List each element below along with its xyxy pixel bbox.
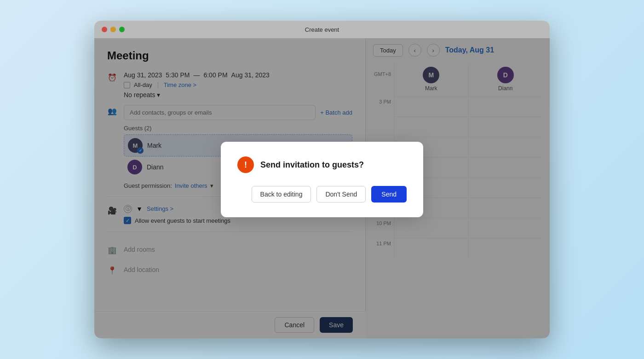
modal-title: Send invitation to guests?	[260, 160, 364, 170]
warning-icon: !	[237, 156, 254, 173]
modal-header: ! Send invitation to guests?	[237, 156, 407, 173]
send-button[interactable]: Send	[371, 186, 407, 203]
back-to-editing-button[interactable]: Back to editing	[252, 186, 311, 203]
send-invitation-modal: ! Send invitation to guests? Back to edi…	[221, 142, 423, 217]
dont-send-button[interactable]: Don't Send	[316, 186, 366, 203]
modal-overlay: ! Send invitation to guests? Back to edi…	[94, 21, 550, 338]
app-window: Create event Meeting ⏰ Aug 31, 2023 5:30…	[94, 21, 550, 338]
modal-actions: Back to editing Don't Send Send	[237, 186, 407, 203]
